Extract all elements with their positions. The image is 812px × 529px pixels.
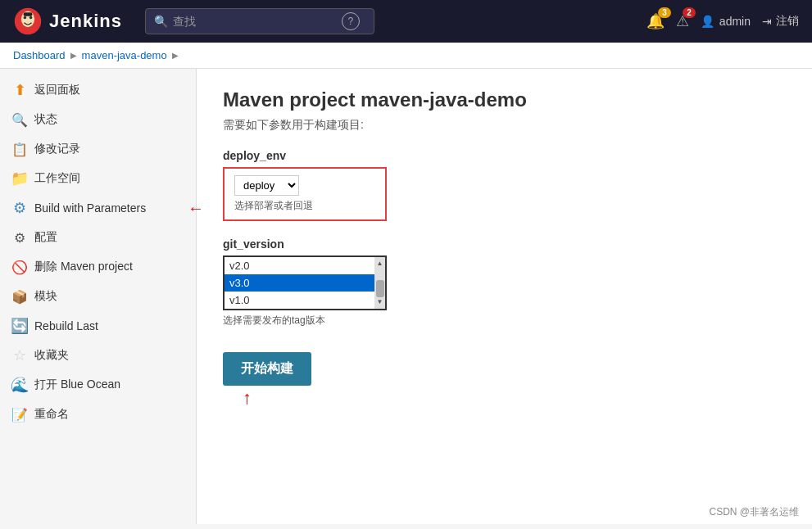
header-icons: 🔔 3 ⚠ 2 👤 admin ⇥ 注销 — [646, 12, 799, 30]
deploy-env-label: deploy_env — [223, 149, 786, 162]
sidebar-item-delete[interactable]: 🚫 删除 Maven project — [0, 252, 196, 282]
git-version-label: git_version — [223, 237, 786, 251]
build-params-icon: ⚙ — [11, 200, 28, 216]
git-scrollbar[interactable]: ▲ ▼ — [374, 257, 385, 309]
build-arrow-annotation: ↑ — [243, 387, 252, 409]
deploy-env-select-row: deploy rollback — [234, 175, 375, 196]
sidebar-item-label: 状态 — [34, 112, 57, 127]
page-subtitle: 需要如下参数用于构建项目: — [223, 118, 786, 133]
git-version-section: git_version v2.0 v3.0 v1.0 ▲ ▼ 选择需要发布的ta… — [223, 237, 786, 328]
delete-icon: 🚫 — [11, 259, 28, 275]
git-option-v2[interactable]: v2.0 — [225, 257, 385, 274]
bell-notification[interactable]: 🔔 3 — [646, 12, 665, 30]
sidebar-item-label: 配置 — [34, 230, 57, 245]
sidebar-item-label: 返回面板 — [34, 83, 80, 97]
git-version-hint: 选择需要发布的tag版本 — [223, 314, 786, 328]
breadcrumb-dashboard[interactable]: Dashboard — [13, 49, 66, 61]
logout-icon: ⇥ — [762, 15, 772, 28]
build-button-wrapper: 开始构建 ↑ — [223, 344, 311, 386]
page-title: Maven project maven-java-demo — [223, 88, 786, 111]
workspace-icon: 📁 — [11, 170, 28, 187]
sidebar-item-label: 删除 Maven project — [34, 260, 133, 274]
deploy-env-section: deploy_env deploy rollback 选择部署或者回退 — [223, 149, 786, 221]
sidebar-item-workspace[interactable]: 📁 工作空间 — [0, 164, 196, 193]
jenkins-title: Jenkins — [49, 11, 122, 32]
sidebar-item-label: 打开 Blue Ocean — [34, 378, 120, 392]
main-content: Maven project maven-java-demo 需要如下参数用于构建… — [197, 69, 812, 524]
rebuild-icon: 🔄 — [11, 318, 28, 334]
sidebar-item-build-with-params[interactable]: ⚙ Build with Parameters ← — [0, 193, 196, 223]
help-icon[interactable]: ? — [342, 12, 360, 30]
logout-button[interactable]: ⇥ 注销 — [762, 14, 799, 29]
breadcrumb-sep2: ▶ — [172, 51, 179, 60]
sidebar-item-label: 修改记录 — [34, 142, 80, 156]
header: Jenkins 🔍 ? 🔔 3 ⚠ 2 👤 admin ⇥ 注销 — [0, 0, 812, 43]
modules-icon: 📦 — [11, 288, 28, 305]
sidebar-item-blue-ocean[interactable]: 🌊 打开 Blue Ocean — [0, 370, 196, 400]
sidebar-item-label: 重命名 — [34, 407, 69, 422]
user-icon: 👤 — [701, 15, 714, 28]
build-button[interactable]: 开始构建 — [223, 352, 311, 386]
alert-badge: 2 — [683, 7, 696, 18]
breadcrumb-sep1: ▶ — [70, 51, 77, 60]
sidebar-item-changes[interactable]: 📋 修改记录 — [0, 134, 196, 164]
layout: ⬆ 返回面板 🔍 状态 📋 修改记录 📁 工作空间 ⚙ Build with P… — [0, 69, 812, 524]
sidebar-item-configure[interactable]: ⚙ 配置 — [0, 223, 196, 252]
user-menu[interactable]: 👤 admin — [701, 15, 751, 28]
sidebar-item-label: Build with Parameters — [34, 201, 146, 215]
changes-icon: 📋 — [11, 141, 28, 157]
sidebar-item-modules[interactable]: 📦 模块 — [0, 282, 196, 311]
sidebar-item-back-dashboard[interactable]: ⬆ 返回面板 — [0, 75, 196, 105]
deploy-env-hint: 选择部署或者回退 — [234, 199, 375, 213]
sidebar-item-favorites[interactable]: ☆ 收藏夹 — [0, 341, 196, 370]
deploy-env-select[interactable]: deploy rollback — [234, 175, 299, 196]
footer-watermark: CSDN @非著名运维 — [709, 505, 799, 519]
sidebar-item-label: Rebuild Last — [34, 319, 98, 332]
bell-badge: 3 — [658, 7, 671, 18]
search-bar[interactable]: 🔍 ? — [145, 8, 374, 34]
svg-point-2 — [24, 16, 27, 20]
scrollbar-thumb — [376, 280, 384, 297]
sidebar-item-status[interactable]: 🔍 状态 — [0, 105, 196, 134]
svg-point-3 — [29, 16, 33, 20]
scroll-down-icon[interactable]: ▼ — [377, 297, 383, 307]
breadcrumb-project[interactable]: maven-java-demo — [82, 49, 167, 61]
git-option-v3[interactable]: v3.0 — [225, 274, 385, 292]
git-version-listbox[interactable]: v2.0 v3.0 v1.0 ▲ ▼ — [223, 255, 387, 310]
favorites-icon: ☆ — [11, 347, 28, 364]
sidebar-item-rename[interactable]: 📝 重命名 — [0, 400, 196, 429]
blue-ocean-icon: 🌊 — [11, 377, 28, 393]
logout-label: 注销 — [776, 14, 799, 29]
scroll-up-icon[interactable]: ▲ — [377, 259, 383, 269]
logo[interactable]: Jenkins — [13, 7, 122, 36]
git-option-v1[interactable]: v1.0 — [225, 292, 385, 309]
git-listbox-inner: v2.0 v3.0 v1.0 — [225, 257, 385, 309]
sidebar-item-label: 工作空间 — [34, 171, 80, 186]
back-dashboard-icon: ⬆ — [11, 82, 28, 98]
status-icon: 🔍 — [11, 111, 28, 128]
sidebar-item-label: 收藏夹 — [34, 348, 69, 363]
username: admin — [719, 15, 751, 28]
jenkins-logo-icon — [13, 7, 43, 36]
alert-notification[interactable]: ⚠ 2 — [676, 12, 689, 30]
sidebar-item-label: 模块 — [34, 289, 57, 304]
deploy-env-box: deploy rollback 选择部署或者回退 — [223, 167, 387, 221]
configure-icon: ⚙ — [11, 229, 28, 246]
sidebar-item-rebuild-last[interactable]: 🔄 Rebuild Last — [0, 311, 196, 341]
search-input[interactable] — [173, 15, 337, 28]
sidebar: ⬆ 返回面板 🔍 状态 📋 修改记录 📁 工作空间 ⚙ Build with P… — [0, 69, 197, 524]
breadcrumb: Dashboard ▶ maven-java-demo ▶ — [0, 43, 812, 69]
rename-icon: 📝 — [11, 406, 28, 423]
search-icon: 🔍 — [154, 15, 168, 28]
svg-rect-4 — [24, 12, 33, 16]
